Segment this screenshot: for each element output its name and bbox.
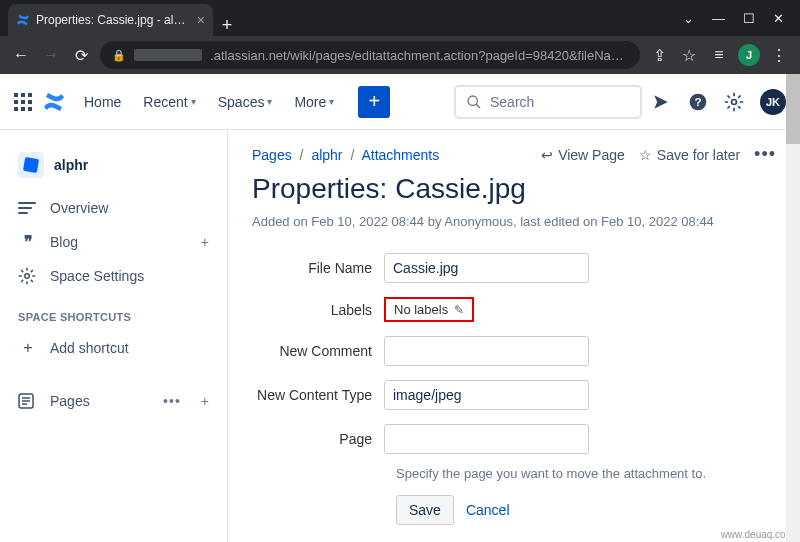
label-page: Page	[252, 431, 384, 447]
lock-icon: 🔒	[112, 49, 126, 62]
space-name: alphr	[54, 157, 88, 173]
label-content-type: New Content Type	[252, 387, 384, 403]
sidebar-add-shortcut[interactable]: + Add shortcut	[8, 331, 219, 365]
new-tab-button[interactable]: +	[213, 15, 241, 36]
svg-rect-7	[21, 107, 25, 111]
properties-form: File Name Labels No labels ✎ New Comment…	[252, 253, 800, 525]
scrollbar-thumb[interactable]	[786, 74, 800, 144]
view-page-link[interactable]: ↩View Page	[541, 147, 625, 163]
breadcrumb-space[interactable]: alphr	[311, 147, 342, 163]
help-icon[interactable]: ?	[688, 92, 714, 112]
sidebar-item-blog[interactable]: ❞ Blog +	[8, 224, 219, 259]
new-comment-input[interactable]	[384, 336, 589, 366]
settings-gear-icon[interactable]	[724, 92, 750, 112]
chevron-down-icon: ▾	[329, 96, 334, 107]
cancel-link[interactable]: Cancel	[466, 502, 510, 518]
svg-rect-4	[21, 100, 25, 104]
app-header: Home Recent▾ Spaces▾ More▾ + Search ? JK	[0, 74, 800, 130]
star-icon[interactable]: ☆	[678, 46, 700, 65]
svg-rect-8	[28, 107, 32, 111]
svg-point-17	[25, 274, 30, 279]
close-window-icon[interactable]: ✕	[773, 11, 784, 26]
scrollbar[interactable]	[786, 74, 800, 542]
svg-rect-3	[14, 100, 18, 104]
primary-nav: Home Recent▾ Spaces▾ More▾	[76, 88, 342, 116]
back-button[interactable]: ←	[10, 46, 32, 64]
svg-rect-5	[28, 100, 32, 104]
sidebar-item-settings[interactable]: Space Settings	[8, 259, 219, 293]
breadcrumb-pages[interactable]: Pages	[252, 147, 292, 163]
breadcrumb: Pages / alphr / Attachments	[252, 147, 439, 163]
close-tab-icon[interactable]: ×	[197, 12, 205, 28]
svg-rect-2	[28, 93, 32, 97]
back-arrow-icon: ↩	[541, 147, 553, 163]
maximize-icon[interactable]: ☐	[743, 11, 755, 26]
profile-avatar[interactable]: J	[738, 44, 760, 66]
notification-icon[interactable]	[652, 93, 678, 111]
pencil-icon[interactable]: ✎	[454, 303, 464, 317]
svg-line-10	[476, 104, 480, 108]
user-avatar[interactable]: JK	[760, 89, 786, 115]
sidebar-item-overview[interactable]: Overview	[8, 192, 219, 224]
label-file-name: File Name	[252, 260, 384, 276]
redacted-domain	[134, 49, 202, 61]
add-blog-icon[interactable]: +	[201, 234, 209, 250]
address-bar[interactable]: 🔒 .atlassian.net/wiki/pages/editattachme…	[100, 41, 640, 69]
more-actions-icon[interactable]: •••	[754, 144, 776, 165]
plus-icon: +	[18, 339, 38, 357]
main-content: Pages / alphr / Attachments ↩View Page ☆…	[228, 130, 800, 542]
breadcrumb-attachments[interactable]: Attachments	[361, 147, 439, 163]
forward-button: →	[40, 46, 62, 64]
svg-rect-6	[14, 107, 18, 111]
shortcuts-heading: SPACE SHORTCUTS	[8, 293, 219, 331]
page-tree-icon	[18, 393, 38, 409]
add-page-icon[interactable]: +	[201, 393, 209, 409]
chevron-down-icon[interactable]: ⌄	[683, 11, 694, 26]
nav-home[interactable]: Home	[76, 88, 129, 116]
browser-tab-strip: Properties: Cassie.jpg - alphr - a × + ⌄…	[0, 0, 800, 36]
nav-spaces[interactable]: Spaces▾	[210, 88, 281, 116]
file-name-input[interactable]	[384, 253, 589, 283]
browser-tab[interactable]: Properties: Cassie.jpg - alphr - a ×	[8, 4, 213, 36]
nav-recent[interactable]: Recent▾	[135, 88, 203, 116]
label-new-comment: New Comment	[252, 343, 384, 359]
blog-icon: ❞	[18, 232, 38, 251]
svg-rect-1	[21, 93, 25, 97]
sidebar-item-pages[interactable]: Pages ••• +	[8, 385, 219, 417]
url-text: .atlassian.net/wiki/pages/editattachment…	[210, 48, 628, 63]
watermark: www.deuaq.com	[721, 529, 794, 540]
save-button[interactable]: Save	[396, 495, 454, 525]
tab-title: Properties: Cassie.jpg - alphr - a	[36, 13, 191, 27]
svg-text:?: ?	[694, 95, 701, 108]
confluence-favicon-icon	[16, 13, 30, 27]
page-input[interactable]	[384, 424, 589, 454]
app-switcher-icon[interactable]	[14, 93, 32, 111]
search-icon	[466, 94, 482, 110]
confluence-logo-icon[interactable]	[42, 90, 66, 114]
chevron-down-icon: ▾	[191, 96, 196, 107]
more-icon[interactable]: •••	[163, 393, 181, 409]
reload-button[interactable]: ⟳	[70, 46, 92, 65]
page-title: Properties: Cassie.jpg	[252, 171, 800, 206]
nav-more[interactable]: More▾	[286, 88, 342, 116]
share-icon[interactable]: ⇪	[648, 46, 670, 65]
playlist-icon[interactable]: ≡	[708, 46, 730, 64]
labels-field[interactable]: No labels ✎	[384, 297, 474, 322]
create-button[interactable]: +	[358, 86, 390, 118]
minimize-icon[interactable]: —	[712, 11, 725, 26]
gear-icon	[18, 267, 38, 285]
content-type-input[interactable]	[384, 380, 589, 410]
kebab-menu-icon[interactable]: ⋮	[768, 46, 790, 65]
search-placeholder: Search	[490, 94, 534, 110]
save-for-later-link[interactable]: ☆Save for later	[639, 147, 740, 163]
svg-point-9	[468, 96, 477, 105]
chevron-down-icon: ▾	[267, 96, 272, 107]
space-icon	[18, 152, 44, 178]
search-input[interactable]: Search	[454, 85, 642, 119]
label-labels: Labels	[252, 302, 384, 318]
sidebar: alphr Overview ❞ Blog + Space Settings S…	[0, 130, 228, 542]
svg-point-13	[732, 99, 737, 104]
page-helper-text: Specify the page you want to move the at…	[252, 466, 776, 481]
space-header[interactable]: alphr	[8, 148, 219, 192]
page-meta: Added on Feb 10, 2022 08:44 by Anonymous…	[252, 214, 800, 229]
